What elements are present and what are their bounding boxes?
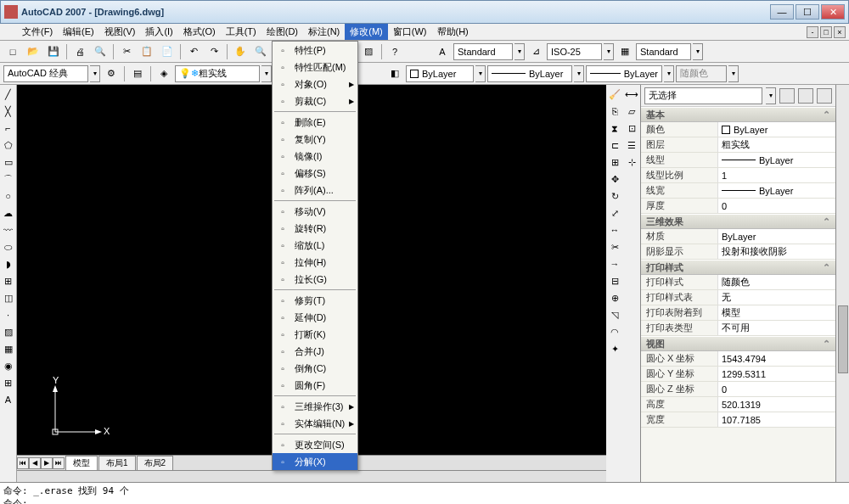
menu-4[interactable]: 格式(O)	[178, 24, 221, 40]
block-insert-icon[interactable]: ⊞	[1, 273, 16, 288]
extend-icon[interactable]: →	[607, 256, 622, 272]
property-row[interactable]: 圆心 Z 坐标0	[641, 382, 835, 397]
menu-7[interactable]: 标注(N)	[303, 24, 345, 40]
spline-icon[interactable]: 〰	[1, 222, 16, 238]
region-mass-icon[interactable]: ⊡	[624, 120, 639, 136]
property-group-header[interactable]: 视图⌃	[641, 336, 835, 351]
fillet-icon[interactable]: ◠	[607, 324, 622, 339]
arc-icon[interactable]: ⌒	[1, 171, 16, 187]
property-value[interactable]: 1543.4794	[717, 351, 835, 366]
layer-select[interactable]: 💡❄粗实线	[175, 65, 260, 82]
rectangle-icon[interactable]: ▭	[1, 154, 16, 170]
property-value[interactable]: 随颜色	[717, 275, 835, 289]
layer-manager-icon[interactable]: ▤	[128, 64, 147, 83]
block-make-icon[interactable]: ◫	[1, 290, 16, 305]
layout-tab[interactable]: 布局2	[137, 456, 174, 471]
menu-0[interactable]: 文件(F)	[17, 24, 58, 40]
explode-icon[interactable]: ✦	[607, 341, 622, 356]
array-icon[interactable]: ⊞	[607, 154, 622, 170]
circle-icon[interactable]: ○	[1, 188, 16, 204]
property-value[interactable]: 520.1319	[717, 397, 835, 412]
menu-6[interactable]: 绘图(D)	[261, 24, 303, 40]
layout-tab[interactable]: 模型	[65, 456, 98, 471]
offset-icon[interactable]: ⊏	[607, 137, 622, 153]
help-icon[interactable]: ?	[385, 42, 404, 61]
trim-icon[interactable]: ✂	[607, 239, 622, 255]
menu-item[interactable]: ▫剪裁(C)▶	[273, 92, 357, 109]
tab-prev-icon[interactable]: ◀	[29, 457, 41, 469]
horizontal-scrollbar[interactable]	[17, 470, 606, 482]
menu-item[interactable]: ▫复制(Y)	[273, 131, 357, 148]
menu-item[interactable]: ▫拉伸(H)	[273, 254, 357, 271]
menu-item[interactable]: ▫删除(E)	[273, 114, 357, 131]
dropdown-icon[interactable]: ▾	[261, 65, 272, 82]
polyline-icon[interactable]: ⌐	[1, 120, 16, 136]
property-value[interactable]: ByLayer	[717, 229, 835, 244]
color-select[interactable]: ByLayer	[406, 65, 474, 82]
menu-9[interactable]: 窗口(W)	[388, 24, 432, 40]
property-value[interactable]: 0	[717, 199, 835, 213]
menu-8[interactable]: 修改(M)	[345, 24, 388, 40]
property-value[interactable]: ByLayer	[717, 153, 835, 167]
property-row[interactable]: 打印表附着到模型	[641, 305, 835, 321]
revcloud-icon[interactable]: ☁	[1, 205, 16, 221]
menu-item[interactable]: ▫移动(V)	[273, 203, 357, 220]
property-row[interactable]: 宽度107.7185	[641, 412, 835, 428]
minimize-button[interactable]: —	[770, 4, 794, 20]
property-row[interactable]: 图层粗实线	[641, 137, 835, 153]
property-row[interactable]: 高度520.1319	[641, 397, 835, 412]
vertical-scrollbar[interactable]	[835, 85, 849, 482]
break-icon[interactable]: ⊟	[607, 273, 622, 288]
property-value[interactable]: 1	[717, 168, 835, 182]
table-style-select[interactable]: Standard	[636, 43, 691, 60]
undo-icon[interactable]: ↶	[184, 42, 203, 61]
menu-item[interactable]: ▫旋转(R)	[273, 220, 357, 237]
menu-item[interactable]: ▫镜像(I)	[273, 148, 357, 165]
layout-tab[interactable]: 布局1	[98, 456, 136, 471]
property-row[interactable]: 阴影显示投射和接收阴影	[641, 244, 835, 260]
line-icon[interactable]: ╱	[1, 87, 16, 102]
ellipse-icon[interactable]: ⬭	[1, 239, 16, 255]
mirror-icon[interactable]: ⧗	[607, 120, 622, 136]
tab-next-icon[interactable]: ▶	[41, 457, 53, 469]
menu-1[interactable]: 编辑(E)	[58, 24, 99, 40]
copy-obj-icon[interactable]: ⎘	[607, 104, 622, 119]
menu-10[interactable]: 帮助(H)	[432, 24, 474, 40]
property-row[interactable]: 圆心 Y 坐标1299.5311	[641, 367, 835, 382]
workspace-settings-icon[interactable]: ⚙	[102, 64, 121, 83]
rotate-icon[interactable]: ↻	[607, 188, 622, 204]
toggle-pickadd-icon[interactable]	[817, 88, 832, 104]
dropdown-icon[interactable]: ▾	[604, 43, 614, 60]
menu-item[interactable]: ▫三维操作(3)▶	[273, 398, 357, 415]
locate-point-icon[interactable]: ⊹	[624, 154, 639, 170]
property-row[interactable]: 打印表类型不可用	[641, 321, 835, 336]
property-value[interactable]: ByLayer	[717, 183, 835, 198]
color-icon[interactable]: ◧	[385, 64, 404, 83]
mdi-minimize[interactable]: -	[807, 26, 818, 38]
move-icon[interactable]: ✥	[607, 171, 622, 187]
save-icon[interactable]: 💾	[44, 42, 63, 61]
workspace-select[interactable]: AutoCAD 经典	[3, 65, 88, 82]
zoom-icon[interactable]: 🔍	[251, 42, 270, 61]
property-row[interactable]: 材质ByLayer	[641, 229, 835, 244]
layer-props-icon[interactable]: ◈	[155, 64, 173, 83]
cut-icon[interactable]: ✂	[117, 42, 136, 61]
menu-item[interactable]: ▫特性匹配(M)	[273, 59, 357, 76]
erase-icon[interactable]: 🧹	[607, 87, 622, 102]
paste-icon[interactable]: 📄	[158, 42, 177, 61]
property-row[interactable]: 打印样式随颜色	[641, 275, 835, 290]
tab-first-icon[interactable]: ⏮	[17, 457, 29, 469]
menu-2[interactable]: 视图(V)	[99, 24, 141, 40]
tablestyle-icon[interactable]: ▦	[616, 42, 634, 61]
dropdown-icon[interactable]: ▾	[693, 43, 703, 60]
scrollbar-thumb[interactable]	[838, 305, 848, 373]
command-line[interactable]: 命令: _.erase 找到 94 个 命令:	[0, 482, 849, 504]
menu-item[interactable]: ▫修剪(T)	[273, 292, 357, 309]
property-value[interactable]: ByLayer	[717, 122, 835, 137]
property-row[interactable]: 线型比例1	[641, 168, 835, 183]
dropdown-icon[interactable]: ▾	[514, 43, 525, 60]
menu-item[interactable]: ▫缩放(L)	[273, 237, 357, 254]
quickselect-icon[interactable]	[779, 88, 795, 104]
lineweight-select[interactable]: ByLayer	[586, 65, 662, 82]
property-row[interactable]: 厚度0	[641, 199, 835, 214]
